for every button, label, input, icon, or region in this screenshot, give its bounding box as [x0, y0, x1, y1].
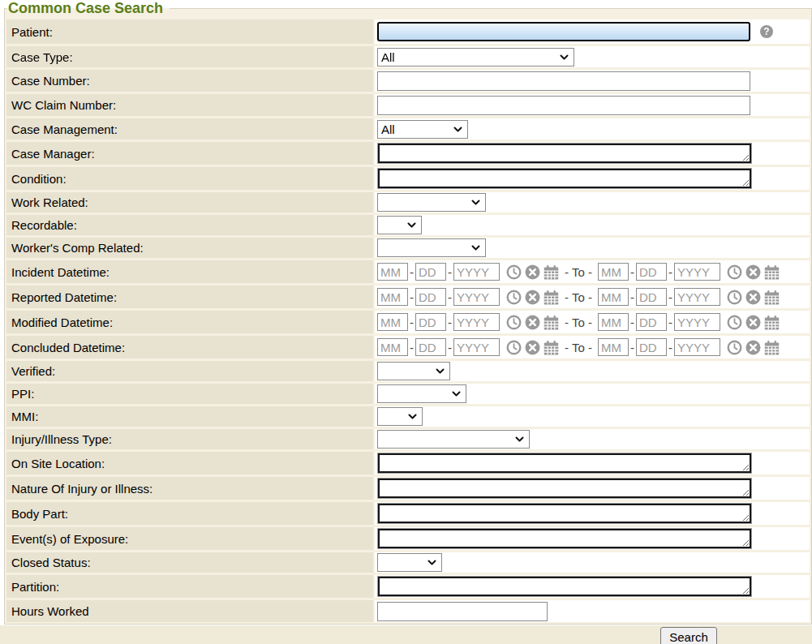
help-icon[interactable]: ? [760, 25, 773, 38]
reported-to-day-input[interactable] [636, 288, 667, 306]
wc-claim-number-input[interactable] [377, 96, 750, 115]
calendar-icon[interactable] [543, 340, 559, 355]
body-part-textarea[interactable] [378, 504, 751, 523]
label-nature-of-injury: Nature Of Injury or Illness: [6, 477, 373, 500]
mmi-select[interactable] [377, 407, 423, 426]
to-label: - To - [565, 341, 592, 354]
row-verified: Verified: [6, 361, 810, 381]
calendar-icon[interactable] [543, 264, 559, 280]
label-incident-datetime: Incident Datetime: [6, 260, 373, 283]
modified-to-year-input[interactable] [674, 313, 720, 331]
case-management-select[interactable]: All [377, 120, 468, 139]
row-events-of-exposure: Event(s) of Exposure: [6, 527, 810, 550]
clear-icon[interactable] [745, 290, 761, 305]
clock-icon[interactable] [727, 264, 742, 280]
clear-icon[interactable] [525, 315, 540, 330]
label-body-part: Body Part: [6, 502, 373, 525]
reported-to-month-input[interactable] [598, 288, 629, 306]
hours-worked-input[interactable] [377, 602, 548, 621]
recordable-select[interactable] [377, 216, 422, 234]
reported-from-month-input[interactable] [377, 288, 408, 306]
calendar-icon[interactable] [764, 290, 780, 305]
cell-on-site-location [375, 452, 810, 474]
case-type-select[interactable]: All [377, 48, 574, 67]
row-reported-datetime: Reported Datetime: - - - To - - - [6, 286, 810, 308]
reported-from-day-input[interactable] [415, 288, 446, 306]
clock-icon[interactable] [727, 340, 742, 355]
modified-from-year-input[interactable] [453, 313, 500, 331]
patient-input[interactable] [377, 22, 750, 41]
calendar-icon[interactable] [764, 340, 780, 355]
events-of-exposure-textarea[interactable] [378, 529, 751, 548]
concluded-from-year-input[interactable] [453, 338, 500, 356]
condition-textarea[interactable] [378, 169, 751, 188]
reported-to-year-input[interactable] [674, 288, 720, 306]
clock-icon[interactable] [727, 290, 742, 305]
concluded-to-year-input[interactable] [674, 338, 720, 356]
clear-icon[interactable] [745, 264, 761, 280]
closed-status-select[interactable] [377, 553, 442, 572]
date-dash: - [668, 316, 672, 329]
verified-select[interactable] [377, 362, 450, 380]
concluded-from-day-input[interactable] [415, 338, 446, 356]
date-dash: - [630, 316, 634, 329]
chevron-down-icon [427, 560, 436, 565]
common-case-search-panel: Common Case Search Patient: ? Case Type:… [4, 0, 812, 625]
work-related-select[interactable] [377, 193, 486, 212]
incident-to-month-input[interactable] [598, 263, 629, 281]
clear-icon[interactable] [525, 340, 540, 355]
concluded-from-month-input[interactable] [377, 338, 408, 356]
incident-from-year-input[interactable] [453, 263, 500, 281]
cell-patient: ? [375, 19, 810, 44]
clock-icon[interactable] [506, 264, 522, 280]
search-button[interactable]: Search [660, 627, 717, 644]
clear-icon[interactable] [745, 315, 761, 330]
reported-from-year-input[interactable] [453, 288, 500, 306]
date-dash: - [630, 290, 634, 304]
date-dash: - [630, 341, 634, 354]
date-dash: - [668, 290, 672, 304]
modified-from-day-input[interactable] [415, 313, 446, 331]
modified-to-day-input[interactable] [636, 313, 667, 331]
concluded-to-month-input[interactable] [598, 338, 629, 356]
workers-comp-related-select[interactable] [377, 238, 486, 257]
clock-icon[interactable] [727, 315, 742, 330]
to-label: - To - [565, 290, 592, 304]
label-verified: Verified: [6, 361, 373, 381]
clear-icon[interactable] [745, 340, 761, 355]
concluded-to-day-input[interactable] [636, 338, 667, 356]
row-workers-comp-related: Worker's Comp Related: [6, 238, 810, 258]
clock-icon[interactable] [506, 315, 522, 330]
incident-from-month-input[interactable] [377, 263, 408, 281]
chevron-down-icon [436, 368, 445, 374]
incident-from-day-input[interactable] [415, 263, 446, 281]
label-concluded-datetime: Concluded Datetime: [6, 336, 373, 358]
calendar-icon[interactable] [543, 315, 559, 330]
case-manager-textarea[interactable] [378, 144, 751, 163]
label-partition: Partition: [6, 575, 373, 598]
cell-case-type: All [375, 46, 810, 67]
calendar-icon[interactable] [764, 264, 780, 280]
label-reported-datetime: Reported Datetime: [6, 286, 373, 308]
modified-from-month-input[interactable] [377, 313, 408, 331]
row-case-type: Case Type: All [6, 46, 810, 67]
modified-to-month-input[interactable] [598, 313, 629, 331]
calendar-icon[interactable] [764, 315, 780, 330]
injury-illness-type-select[interactable] [377, 430, 530, 449]
case-type-value: All [381, 50, 395, 64]
row-case-manager: Case Manager: [6, 142, 810, 165]
chevron-down-icon [453, 127, 462, 132]
nature-of-injury-textarea[interactable] [378, 479, 751, 498]
calendar-icon[interactable] [543, 290, 559, 305]
incident-to-year-input[interactable] [674, 263, 720, 281]
clock-icon[interactable] [506, 340, 522, 355]
ppi-select[interactable] [377, 384, 466, 403]
clear-icon[interactable] [525, 290, 540, 305]
clock-icon[interactable] [506, 290, 522, 305]
case-number-input[interactable] [377, 71, 750, 91]
row-case-number: Case Number: [6, 70, 810, 92]
incident-to-day-input[interactable] [636, 263, 667, 281]
on-site-location-textarea[interactable] [378, 453, 751, 473]
clear-icon[interactable] [525, 264, 540, 280]
partition-textarea[interactable] [378, 577, 751, 596]
